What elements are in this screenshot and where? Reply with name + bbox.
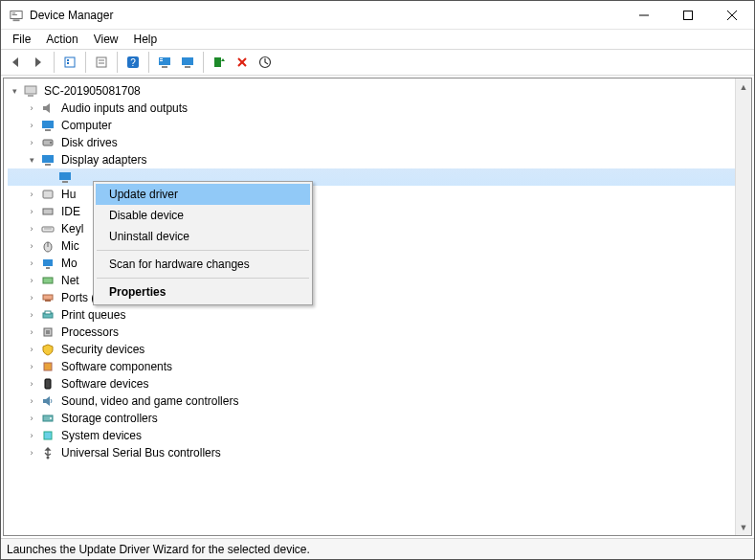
chevron-right-icon[interactable]: ›	[25, 188, 38, 201]
chevron-right-icon[interactable]: ›	[25, 377, 38, 391]
no-expander	[42, 170, 56, 184]
vertical-scrollbar[interactable]: ▲ ▼	[735, 78, 751, 535]
svg-rect-55	[44, 432, 52, 439]
menu-action[interactable]: Action	[38, 32, 85, 47]
close-button[interactable]	[710, 1, 754, 30]
chevron-right-icon[interactable]: ›	[25, 412, 38, 425]
chevron-right-icon[interactable]: ›	[25, 343, 38, 356]
svg-rect-18	[160, 58, 163, 59]
tree-node-label: Audio inputs and outputs	[59, 100, 189, 117]
ctx-update-driver[interactable]: Update driver	[96, 184, 310, 205]
tree-node[interactable]: › Security devices	[8, 341, 751, 358]
svg-rect-19	[160, 60, 163, 61]
scroll-up-icon[interactable]: ▲	[736, 78, 751, 95]
forward-button[interactable]	[28, 52, 49, 73]
tree-node-display-adapters[interactable]: ▾ Display adapters	[8, 151, 751, 168]
chevron-right-icon[interactable]: ›	[25, 360, 38, 373]
enable-button[interactable]	[255, 52, 276, 73]
tree-node[interactable]: › Software devices	[8, 375, 751, 392]
ctx-scan-hardware[interactable]: Scan for hardware changes	[96, 254, 310, 275]
svg-rect-9	[67, 59, 69, 61]
scroll-down-icon[interactable]: ▼	[736, 519, 751, 535]
tree-node[interactable]: › Storage controllers	[8, 410, 751, 427]
svg-rect-10	[67, 62, 69, 64]
chevron-right-icon[interactable]: ›	[25, 308, 38, 322]
maximize-button[interactable]	[666, 1, 710, 30]
scan-hardware-button[interactable]	[209, 52, 230, 73]
svg-rect-51	[44, 363, 52, 370]
svg-rect-11	[97, 57, 106, 67]
tree-node-label: Mo	[59, 255, 79, 272]
svg-rect-42	[43, 259, 53, 266]
svg-rect-5	[684, 11, 693, 19]
uninstall-button[interactable]	[232, 52, 253, 73]
tree-root-label: SC-201905081708	[42, 82, 143, 100]
menu-file[interactable]: File	[5, 32, 38, 47]
chevron-right-icon[interactable]: ›	[25, 239, 38, 253]
printer-icon	[40, 307, 56, 323]
minimize-button[interactable]	[622, 1, 666, 30]
chevron-right-icon[interactable]: ›	[25, 446, 38, 459]
svg-rect-34	[59, 172, 71, 180]
tree-node[interactable]: › Computer	[8, 117, 751, 134]
storage-icon	[40, 411, 56, 426]
chevron-right-icon[interactable]: ›	[25, 274, 38, 287]
devices-by-connection-button[interactable]	[177, 52, 198, 73]
chevron-down-icon[interactable]: ▾	[8, 84, 21, 98]
back-button[interactable]	[5, 52, 26, 73]
menu-view[interactable]: View	[86, 32, 126, 47]
chevron-right-icon[interactable]: ›	[25, 394, 38, 408]
status-text: Launches the Update Driver Wizard for th…	[7, 543, 310, 556]
monitor-blue-icon	[40, 152, 56, 168]
properties-button[interactable]	[91, 52, 112, 73]
tree-node[interactable]: › Sound, video and game controllers	[8, 392, 751, 410]
tree-node-label: Sound, video and game controllers	[59, 392, 240, 410]
context-menu: Update driver Disable device Uninstall d…	[93, 181, 313, 305]
network-icon	[40, 273, 56, 288]
tree-node[interactable]: › Universal Serial Bus controllers	[8, 444, 751, 461]
tree-node[interactable]: › Print queues	[8, 306, 751, 324]
toolbar: ?	[1, 49, 754, 76]
svg-rect-17	[162, 66, 167, 68]
svg-rect-26	[25, 86, 36, 94]
cpu-icon	[40, 325, 56, 340]
svg-rect-36	[43, 190, 53, 198]
tree-node-label: Mic	[59, 237, 81, 255]
svg-rect-48	[45, 311, 51, 314]
tree-root[interactable]: ▾ SC-201905081708	[8, 82, 751, 100]
ctx-item-label: Update driver	[109, 188, 178, 201]
monitor-small-icon	[40, 256, 56, 271]
ctx-item-label: Disable device	[109, 209, 184, 222]
tree-node[interactable]: › System devices	[8, 427, 751, 444]
svg-rect-32	[42, 155, 54, 163]
chevron-right-icon[interactable]: ›	[25, 101, 38, 115]
chevron-right-icon[interactable]: ›	[25, 429, 38, 442]
menu-help[interactable]: Help	[126, 32, 166, 47]
devices-by-type-button[interactable]	[154, 52, 175, 73]
chevron-right-icon[interactable]: ›	[25, 222, 38, 235]
menu-label: File	[12, 33, 31, 46]
chevron-right-icon[interactable]: ›	[25, 205, 38, 218]
menu-label: View	[94, 33, 119, 46]
tree-node[interactable]: › Software components	[8, 358, 751, 375]
tree-node[interactable]: › Disk drives	[8, 134, 751, 151]
chevron-down-icon[interactable]: ▾	[25, 153, 38, 167]
chevron-right-icon[interactable]: ›	[25, 257, 38, 270]
tree-node-label: Net	[59, 272, 81, 289]
ctx-uninstall-device[interactable]: Uninstall device	[96, 226, 310, 247]
chevron-right-icon[interactable]: ›	[25, 119, 38, 132]
ctx-disable-device[interactable]: Disable device	[96, 205, 310, 226]
chevron-right-icon[interactable]: ›	[25, 291, 38, 304]
svg-rect-45	[43, 295, 53, 300]
app-icon	[9, 8, 24, 23]
svg-rect-52	[45, 379, 51, 389]
ctx-properties[interactable]: Properties	[96, 281, 310, 302]
show-hidden-button[interactable]	[59, 52, 80, 73]
window-title: Device Manager	[30, 9, 622, 22]
help-button[interactable]: ?	[122, 52, 144, 73]
tree-node[interactable]: › Audio inputs and outputs	[8, 100, 751, 117]
tree-node[interactable]: › Processors	[8, 324, 751, 341]
chevron-right-icon[interactable]: ›	[25, 325, 38, 339]
svg-text:?: ?	[130, 57, 136, 68]
chevron-right-icon[interactable]: ›	[25, 136, 38, 149]
